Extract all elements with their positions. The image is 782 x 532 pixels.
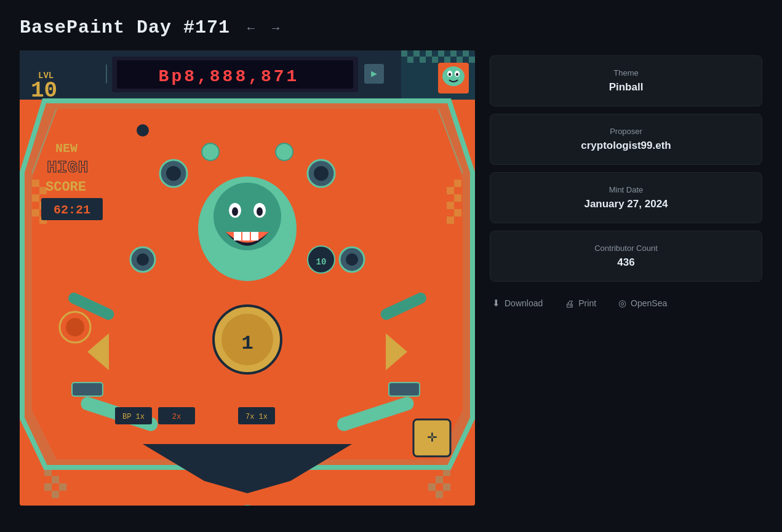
svg-text:2x: 2x <box>172 413 181 421</box>
image-panel: Bp8,888,871 ◄ ► <box>20 50 475 532</box>
svg-text:NEW: NEW <box>55 141 78 156</box>
svg-rect-42 <box>447 187 454 194</box>
svg-rect-12 <box>401 50 407 57</box>
download-icon: ⬇ <box>492 298 500 309</box>
action-bar: ⬇ Download 🖨 Print ◎ OpenSea <box>490 289 762 317</box>
svg-text:Bp8,888,871: Bp8,888,871 <box>159 67 300 86</box>
info-panel: Theme Pinball Proposer cryptologist99.et… <box>490 50 762 317</box>
contributor-count-card: Contributor Count 436 <box>490 231 762 282</box>
svg-rect-46 <box>447 216 454 224</box>
svg-rect-109 <box>428 483 436 491</box>
svg-rect-21 <box>444 57 450 63</box>
mint-date-label: Mint Date <box>505 185 747 194</box>
svg-rect-105 <box>44 483 52 491</box>
svg-text:►: ► <box>369 68 379 79</box>
next-button[interactable]: → <box>267 20 284 36</box>
svg-rect-104 <box>59 483 66 491</box>
svg-rect-58 <box>234 232 241 240</box>
theme-value: Pinball <box>505 81 747 93</box>
svg-rect-45 <box>454 209 461 216</box>
proposer-value: cryptologist99.eth <box>505 140 747 152</box>
svg-rect-14 <box>426 50 432 57</box>
nav-arrows: ← → <box>242 20 284 36</box>
svg-rect-103 <box>52 476 59 483</box>
svg-rect-60 <box>251 232 258 240</box>
opensea-label: OpenSea <box>631 298 667 308</box>
svg-rect-43 <box>454 194 461 202</box>
content-area: Bp8,888,871 ◄ ► <box>20 50 762 532</box>
svg-point-94 <box>66 318 84 336</box>
mint-date-value: January 27, 2024 <box>505 198 747 210</box>
svg-rect-20 <box>432 57 438 63</box>
page-title: BasePaint Day #171 <box>20 17 230 38</box>
svg-point-99 <box>202 143 219 161</box>
contributor-count-value: 436 <box>505 256 747 269</box>
prev-button[interactable]: ← <box>242 20 260 36</box>
page-container: BasePaint Day #171 ← → Bp8,888,871 <box>0 0 782 532</box>
svg-rect-37 <box>32 194 39 202</box>
svg-rect-16 <box>450 50 457 57</box>
svg-text:62:21: 62:21 <box>54 203 90 217</box>
contributor-count-label: Contributor Count <box>505 244 747 253</box>
header: BasePaint Day #171 ← → <box>20 17 762 38</box>
svg-point-101 <box>137 124 149 137</box>
svg-text:1: 1 <box>241 332 253 355</box>
svg-rect-18 <box>407 57 413 63</box>
svg-text:7x 1x: 7x 1x <box>245 413 268 421</box>
theme-card: Theme Pinball <box>490 55 762 106</box>
svg-rect-106 <box>52 491 59 498</box>
opensea-icon: ◎ <box>618 298 626 309</box>
svg-rect-35 <box>32 180 39 187</box>
svg-text:10: 10 <box>316 257 327 267</box>
download-button[interactable]: ⬇ Download <box>492 294 550 312</box>
svg-point-56 <box>232 207 238 216</box>
svg-rect-102 <box>44 469 52 476</box>
svg-point-64 <box>314 166 329 181</box>
svg-point-68 <box>346 253 358 266</box>
svg-text:HIGH: HIGH <box>47 158 88 177</box>
svg-rect-19 <box>420 57 426 63</box>
svg-rect-79 <box>72 383 103 396</box>
svg-point-62 <box>166 166 181 181</box>
svg-rect-22 <box>457 57 463 63</box>
svg-point-100 <box>276 143 293 161</box>
svg-rect-107 <box>443 469 450 476</box>
svg-rect-108 <box>436 476 443 483</box>
mint-date-card: Mint Date January 27, 2024 <box>490 172 762 223</box>
theme-label: Theme <box>505 68 747 77</box>
svg-rect-39 <box>32 209 39 216</box>
svg-rect-80 <box>389 383 420 396</box>
svg-rect-17 <box>463 50 469 57</box>
svg-point-66 <box>137 253 149 266</box>
svg-text:BP 1x: BP 1x <box>122 413 145 421</box>
svg-rect-15 <box>438 50 444 57</box>
print-label: Print <box>578 298 596 308</box>
print-button[interactable]: 🖨 Print <box>565 295 604 312</box>
svg-rect-110 <box>443 483 450 491</box>
svg-rect-23 <box>469 57 475 63</box>
proposer-card: Proposer cryptologist99.eth <box>490 114 762 165</box>
svg-point-25 <box>442 66 465 86</box>
download-label: Download <box>505 298 543 308</box>
svg-point-29 <box>456 73 458 76</box>
svg-rect-13 <box>413 50 420 57</box>
svg-rect-41 <box>454 180 461 187</box>
svg-rect-44 <box>447 202 454 209</box>
svg-point-28 <box>449 73 451 76</box>
svg-text:✛: ✛ <box>427 431 437 444</box>
svg-text:SCORE: SCORE <box>46 180 86 195</box>
pixel-art-canvas: Bp8,888,871 ◄ ► <box>20 50 475 506</box>
print-icon: 🖨 <box>565 298 574 309</box>
proposer-label: Proposer <box>505 127 747 136</box>
pixel-art-svg: Bp8,888,871 ◄ ► <box>20 50 475 506</box>
opensea-button[interactable]: ◎ OpenSea <box>618 294 674 312</box>
svg-rect-59 <box>242 232 250 240</box>
svg-rect-111 <box>436 491 443 498</box>
svg-point-57 <box>257 207 263 216</box>
